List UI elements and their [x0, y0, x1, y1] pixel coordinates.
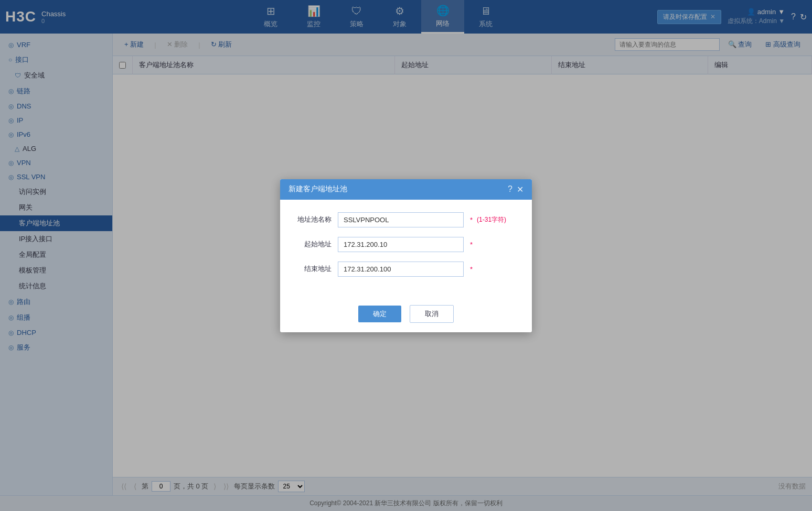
pool-name-row: 地址池名称 * (1-31字符) — [296, 212, 516, 227]
start-addr-input[interactable] — [338, 237, 464, 252]
start-addr-wrap: * — [338, 237, 516, 252]
modal-close-icon: ✕ — [517, 185, 523, 194]
cancel-label: 取消 — [425, 310, 439, 318]
pool-name-input[interactable] — [338, 212, 464, 227]
end-addr-wrap: * — [338, 262, 516, 277]
confirm-button[interactable]: 确定 — [358, 306, 401, 322]
modal-footer: 确定 取消 — [280, 299, 532, 332]
end-addr-required: * — [470, 265, 473, 273]
end-addr-label: 结束地址 — [296, 264, 338, 274]
end-addr-row: 结束地址 * — [296, 262, 516, 277]
modal-header-actions: ? ✕ — [508, 184, 523, 194]
pool-name-required: * — [470, 216, 473, 224]
confirm-label: 确定 — [373, 310, 387, 318]
modal-dialog: 新建客户端地址池 ? ✕ 地址池名称 * (1-31字符) 起始地址 — [280, 179, 532, 332]
modal-overlay: 新建客户端地址池 ? ✕ 地址池名称 * (1-31字符) 起始地址 — [0, 0, 812, 511]
start-addr-required: * — [470, 241, 473, 248]
modal-help-icon: ? — [508, 184, 512, 193]
start-addr-label: 起始地址 — [296, 240, 338, 249]
pool-name-label: 地址池名称 — [296, 215, 338, 224]
modal-header: 新建客户端地址池 ? ✕ — [280, 179, 532, 200]
pool-name-hint: (1-31字符) — [477, 215, 506, 224]
modal-help-button[interactable]: ? — [508, 184, 512, 194]
cancel-button[interactable]: 取消 — [410, 305, 454, 323]
pool-name-wrap: * (1-31字符) — [338, 212, 516, 227]
modal-title: 新建客户端地址池 — [289, 184, 347, 194]
start-addr-row: 起始地址 * — [296, 237, 516, 252]
modal-close-button[interactable]: ✕ — [517, 184, 523, 194]
end-addr-input[interactable] — [338, 262, 464, 277]
modal-body: 地址池名称 * (1-31字符) 起始地址 * 结束地址 * — [280, 200, 532, 299]
